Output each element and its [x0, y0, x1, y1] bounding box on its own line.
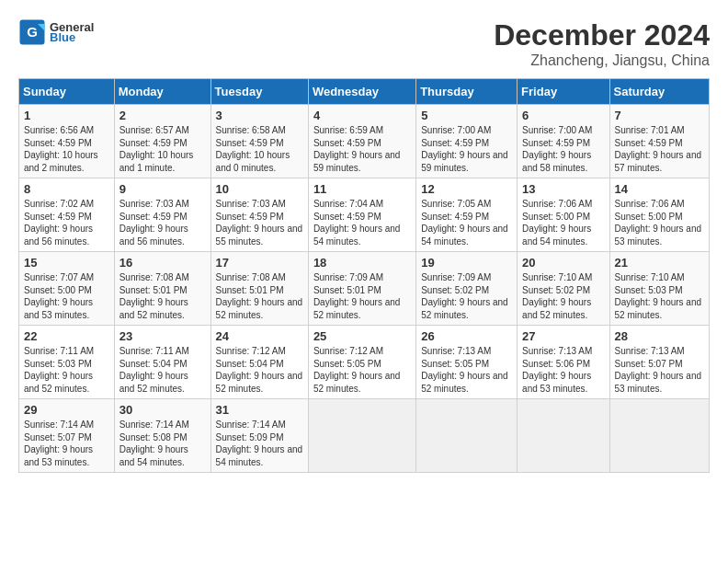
header-friday: Friday [518, 79, 609, 105]
day-cell: 6 Sunrise: 7:00 AM Sunset: 4:59 PM Dayli… [518, 105, 609, 178]
day-cell [609, 399, 709, 473]
day-number: 24 [216, 329, 303, 343]
week-row-5: 29 Sunrise: 7:14 AM Sunset: 5:07 PM Dayl… [19, 399, 710, 473]
day-info: Sunrise: 7:06 AM Sunset: 5:00 PM Dayligh… [615, 198, 704, 247]
day-cell: 9 Sunrise: 7:03 AM Sunset: 4:59 PM Dayli… [114, 178, 210, 252]
day-info: Sunrise: 7:00 AM Sunset: 4:59 PM Dayligh… [522, 124, 604, 174]
day-info: Sunrise: 7:08 AM Sunset: 5:01 PM Dayligh… [119, 271, 206, 321]
day-cell [308, 399, 415, 473]
day-number: 20 [522, 256, 604, 270]
day-cell: 8 Sunrise: 7:02 AM Sunset: 4:59 PM Dayli… [19, 178, 115, 252]
day-number: 4 [313, 109, 411, 122]
day-number: 12 [421, 182, 512, 196]
day-info: Sunrise: 7:13 AM Sunset: 5:06 PM Dayligh… [522, 345, 604, 395]
day-number: 7 [615, 109, 704, 122]
day-cell: 20 Sunrise: 7:10 AM Sunset: 5:02 PM Dayl… [518, 252, 609, 326]
day-info: Sunrise: 7:09 AM Sunset: 5:01 PM Dayligh… [313, 271, 411, 321]
day-info: Sunrise: 7:02 AM Sunset: 4:59 PM Dayligh… [24, 198, 109, 247]
day-cell: 12 Sunrise: 7:05 AM Sunset: 4:59 PM Dayl… [416, 178, 518, 252]
day-info: Sunrise: 7:04 AM Sunset: 4:59 PM Dayligh… [313, 198, 411, 247]
day-number: 8 [24, 182, 109, 196]
day-cell: 13 Sunrise: 7:06 AM Sunset: 5:00 PM Dayl… [518, 178, 609, 252]
day-number: 23 [119, 329, 206, 343]
day-cell [416, 399, 518, 473]
calendar-table: SundayMondayTuesdayWednesdayThursdayFrid… [18, 78, 710, 473]
location: Zhancheng, Jiangsu, China [494, 52, 710, 69]
day-number: 10 [216, 182, 303, 196]
week-row-2: 8 Sunrise: 7:02 AM Sunset: 4:59 PM Dayli… [19, 178, 710, 252]
day-number: 19 [421, 256, 512, 270]
day-cell: 18 Sunrise: 7:09 AM Sunset: 5:01 PM Dayl… [308, 252, 415, 326]
day-info: Sunrise: 6:56 AM Sunset: 4:59 PM Dayligh… [24, 124, 109, 174]
day-info: Sunrise: 7:06 AM Sunset: 5:00 PM Dayligh… [522, 198, 604, 247]
day-cell: 28 Sunrise: 7:13 AM Sunset: 5:07 PM Dayl… [609, 326, 709, 399]
day-cell: 16 Sunrise: 7:08 AM Sunset: 5:01 PM Dayl… [114, 252, 210, 326]
day-number: 21 [615, 256, 704, 270]
day-cell: 19 Sunrise: 7:09 AM Sunset: 5:02 PM Dayl… [416, 252, 518, 326]
day-number: 1 [24, 109, 109, 122]
header-saturday: Saturday [609, 79, 709, 105]
day-info: Sunrise: 7:13 AM Sunset: 5:05 PM Dayligh… [421, 345, 512, 395]
day-info: Sunrise: 7:01 AM Sunset: 4:59 PM Dayligh… [615, 124, 704, 174]
day-cell: 7 Sunrise: 7:01 AM Sunset: 4:59 PM Dayli… [609, 105, 709, 178]
day-cell: 29 Sunrise: 7:14 AM Sunset: 5:07 PM Dayl… [19, 399, 115, 473]
day-info: Sunrise: 7:03 AM Sunset: 4:59 PM Dayligh… [119, 198, 206, 247]
day-info: Sunrise: 7:07 AM Sunset: 5:00 PM Dayligh… [24, 271, 109, 321]
day-info: Sunrise: 7:03 AM Sunset: 4:59 PM Dayligh… [216, 198, 303, 247]
day-info: Sunrise: 6:57 AM Sunset: 4:59 PM Dayligh… [119, 124, 206, 174]
day-cell: 15 Sunrise: 7:07 AM Sunset: 5:00 PM Dayl… [19, 252, 115, 326]
page-header: G General Blue December 2024 Zhancheng, … [18, 18, 710, 69]
day-number: 5 [421, 109, 512, 122]
day-number: 15 [24, 256, 109, 270]
day-info: Sunrise: 7:14 AM Sunset: 5:09 PM Dayligh… [216, 419, 303, 468]
day-number: 29 [24, 403, 109, 417]
day-number: 26 [421, 329, 512, 343]
calendar-header-row: SundayMondayTuesdayWednesdayThursdayFrid… [19, 79, 710, 105]
week-row-3: 15 Sunrise: 7:07 AM Sunset: 5:00 PM Dayl… [19, 252, 710, 326]
day-info: Sunrise: 6:59 AM Sunset: 4:59 PM Dayligh… [313, 124, 411, 174]
day-number: 28 [615, 329, 704, 343]
day-number: 22 [24, 329, 109, 343]
day-cell: 27 Sunrise: 7:13 AM Sunset: 5:06 PM Dayl… [518, 326, 609, 399]
day-cell: 4 Sunrise: 6:59 AM Sunset: 4:59 PM Dayli… [308, 105, 415, 178]
day-cell: 24 Sunrise: 7:12 AM Sunset: 5:04 PM Dayl… [210, 326, 308, 399]
day-cell: 22 Sunrise: 7:11 AM Sunset: 5:03 PM Dayl… [19, 326, 115, 399]
title-block: December 2024 Zhancheng, Jiangsu, China [494, 18, 710, 69]
day-info: Sunrise: 7:12 AM Sunset: 5:05 PM Dayligh… [313, 345, 411, 395]
day-cell: 1 Sunrise: 6:56 AM Sunset: 4:59 PM Dayli… [19, 105, 115, 178]
day-number: 14 [615, 182, 704, 196]
day-info: Sunrise: 6:58 AM Sunset: 4:59 PM Dayligh… [216, 124, 303, 174]
day-number: 17 [216, 256, 303, 270]
day-cell: 21 Sunrise: 7:10 AM Sunset: 5:03 PM Dayl… [609, 252, 709, 326]
logo: G General Blue [18, 18, 94, 46]
day-number: 16 [119, 256, 206, 270]
day-info: Sunrise: 7:05 AM Sunset: 4:59 PM Dayligh… [421, 198, 512, 247]
day-info: Sunrise: 7:10 AM Sunset: 5:02 PM Dayligh… [522, 271, 604, 321]
week-row-1: 1 Sunrise: 6:56 AM Sunset: 4:59 PM Dayli… [19, 105, 710, 178]
day-info: Sunrise: 7:00 AM Sunset: 4:59 PM Dayligh… [421, 124, 512, 174]
day-number: 11 [313, 182, 411, 196]
logo-icon: G [18, 18, 46, 46]
day-cell: 30 Sunrise: 7:14 AM Sunset: 5:08 PM Dayl… [114, 399, 210, 473]
calendar-body: 1 Sunrise: 6:56 AM Sunset: 4:59 PM Dayli… [19, 105, 710, 473]
month-title: December 2024 [494, 18, 710, 52]
day-cell [518, 399, 609, 473]
day-cell: 17 Sunrise: 7:08 AM Sunset: 5:01 PM Dayl… [210, 252, 308, 326]
day-info: Sunrise: 7:14 AM Sunset: 5:07 PM Dayligh… [24, 419, 109, 468]
day-cell: 5 Sunrise: 7:00 AM Sunset: 4:59 PM Dayli… [416, 105, 518, 178]
day-cell: 26 Sunrise: 7:13 AM Sunset: 5:05 PM Dayl… [416, 326, 518, 399]
day-cell: 14 Sunrise: 7:06 AM Sunset: 5:00 PM Dayl… [609, 178, 709, 252]
day-number: 3 [216, 109, 303, 122]
day-number: 6 [522, 109, 604, 122]
day-info: Sunrise: 7:13 AM Sunset: 5:07 PM Dayligh… [615, 345, 704, 395]
day-info: Sunrise: 7:08 AM Sunset: 5:01 PM Dayligh… [216, 271, 303, 321]
day-cell: 23 Sunrise: 7:11 AM Sunset: 5:04 PM Dayl… [114, 326, 210, 399]
day-info: Sunrise: 7:10 AM Sunset: 5:03 PM Dayligh… [615, 271, 704, 321]
day-cell: 11 Sunrise: 7:04 AM Sunset: 4:59 PM Dayl… [308, 178, 415, 252]
day-cell: 25 Sunrise: 7:12 AM Sunset: 5:05 PM Dayl… [308, 326, 415, 399]
day-number: 2 [119, 109, 206, 122]
header-monday: Monday [114, 79, 210, 105]
day-number: 30 [119, 403, 206, 417]
day-info: Sunrise: 7:11 AM Sunset: 5:03 PM Dayligh… [24, 345, 109, 395]
day-info: Sunrise: 7:11 AM Sunset: 5:04 PM Dayligh… [119, 345, 206, 395]
